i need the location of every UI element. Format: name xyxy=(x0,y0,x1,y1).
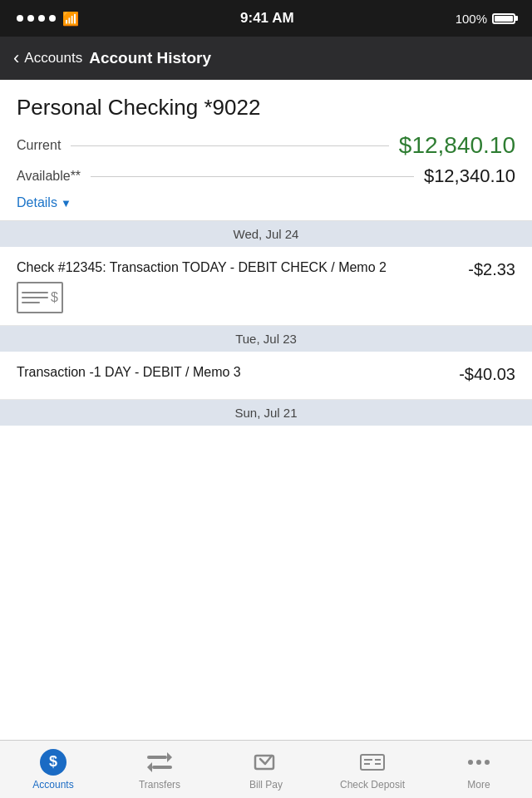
svg-marker-1 xyxy=(167,752,172,762)
tab-more-label: More xyxy=(467,779,490,791)
check-lines xyxy=(22,292,48,303)
available-divider xyxy=(91,176,414,177)
check-line-3 xyxy=(22,302,40,303)
checkdeposit-icon-wrapper xyxy=(359,749,386,776)
available-label: Available** xyxy=(17,169,81,184)
check-line-1 xyxy=(22,292,48,293)
tab-billpay[interactable]: Bill Pay xyxy=(213,741,319,798)
back-label: Accounts xyxy=(24,50,82,66)
status-right: 100% xyxy=(456,12,515,26)
tab-transfers-label: Transfers xyxy=(139,779,180,791)
tab-checkdeposit[interactable]: Check Deposit xyxy=(319,741,426,798)
account-name: Personal Checking *9022 xyxy=(17,95,515,121)
tab-accounts-label: Accounts xyxy=(32,779,73,791)
date-header-wed-jul-24: Wed, Jul 24 xyxy=(0,221,532,247)
transaction-list: Wed, Jul 24 Check #12345: Transaction TO… xyxy=(0,221,532,758)
check-image-icon: $ xyxy=(17,282,63,313)
battery-icon xyxy=(492,13,515,24)
wifi-icon: 📶 xyxy=(62,11,79,27)
balance-divider xyxy=(71,145,389,146)
tab-more[interactable]: More xyxy=(426,741,532,798)
tab-bar: $ Accounts Transfers Bill Pay xyxy=(0,740,532,798)
svg-rect-0 xyxy=(147,756,167,759)
transaction-amount: -$40.03 xyxy=(459,363,515,384)
transaction-amount: -$2.33 xyxy=(468,259,515,279)
available-balance-row: Available** $12,340.10 xyxy=(17,165,515,187)
details-label: Details xyxy=(17,195,57,210)
check-line-2 xyxy=(22,297,48,298)
tab-transfers[interactable]: Transfers xyxy=(106,741,213,798)
page-title: Account History xyxy=(89,49,211,67)
accounts-icon: $ xyxy=(40,749,66,776)
transaction-description: Transaction -1 DAY - DEBIT / Memo 3 xyxy=(17,363,446,382)
transaction-description: Check #12345: Transaction TODAY - DEBIT … xyxy=(17,259,455,277)
accounts-icon-wrapper: $ xyxy=(40,749,66,776)
available-amount: $12,340.10 xyxy=(424,165,515,187)
details-chevron-icon: ▼ xyxy=(61,197,71,209)
more-icon-wrapper xyxy=(466,749,492,776)
status-bar: 📶 9:41 AM 100% xyxy=(0,0,532,37)
svg-rect-5 xyxy=(361,755,384,770)
account-header: Personal Checking *9022 Current $12,840.… xyxy=(0,80,532,221)
svg-marker-3 xyxy=(147,762,152,772)
svg-point-11 xyxy=(476,760,481,765)
svg-point-10 xyxy=(468,760,473,765)
table-row[interactable]: Check #12345: Transaction TODAY - DEBIT … xyxy=(0,247,532,326)
more-icon xyxy=(466,751,491,774)
current-label: Current xyxy=(17,138,61,153)
signal-dots xyxy=(17,15,56,22)
table-row[interactable]: Transaction -1 DAY - DEBIT / Memo 3 -$40… xyxy=(0,352,532,399)
status-left: 📶 xyxy=(17,11,79,27)
nav-bar: ‹ Accounts Account History xyxy=(0,37,532,80)
date-header-sun-jul-21: Sun, Jul 21 xyxy=(0,400,532,426)
details-link[interactable]: Details ▼ xyxy=(17,195,515,210)
billpay-icon xyxy=(254,751,278,774)
checkdeposit-icon xyxy=(360,751,385,774)
transaction-left: Check #12345: Transaction TODAY - DEBIT … xyxy=(17,259,468,313)
transfers-icon-wrapper xyxy=(146,749,173,776)
svg-rect-2 xyxy=(152,766,172,769)
tab-accounts[interactable]: $ Accounts xyxy=(0,741,106,798)
date-header-tue-jul-23: Tue, Jul 23 xyxy=(0,326,532,352)
tab-billpay-label: Bill Pay xyxy=(249,779,283,791)
tab-checkdeposit-label: Check Deposit xyxy=(340,779,405,791)
check-dollar-sign: $ xyxy=(51,290,58,305)
battery-percent: 100% xyxy=(456,12,487,26)
back-button[interactable]: ‹ Accounts xyxy=(13,49,82,67)
current-balance-row: Current $12,840.10 xyxy=(17,132,515,159)
status-time: 9:41 AM xyxy=(240,10,294,27)
current-amount: $12,840.10 xyxy=(399,132,515,159)
back-chevron-icon: ‹ xyxy=(13,49,19,67)
transaction-left: Transaction -1 DAY - DEBIT / Memo 3 xyxy=(17,363,459,387)
billpay-icon-wrapper xyxy=(253,749,279,776)
svg-point-12 xyxy=(485,760,490,765)
transfers-icon xyxy=(147,751,172,774)
